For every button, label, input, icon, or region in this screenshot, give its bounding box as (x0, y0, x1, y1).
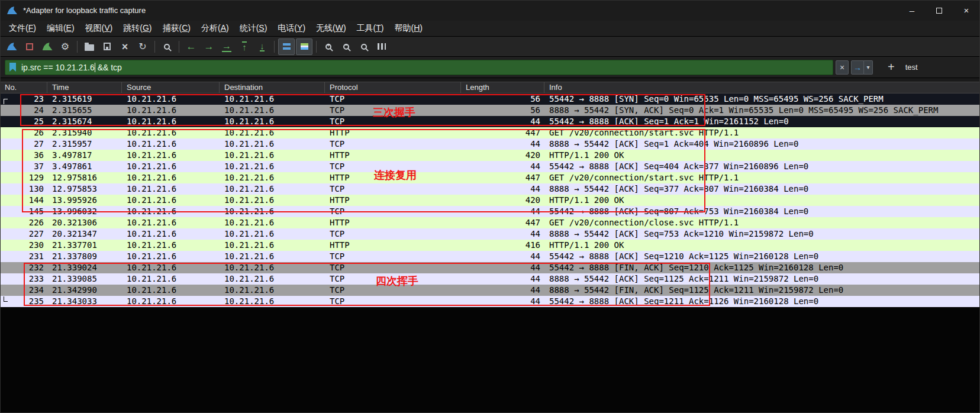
cell-no: 235 (0, 296, 47, 307)
packet-row[interactable]: 373.49786110.21.21.610.21.21.6TCP4455442… (0, 161, 980, 172)
menu-item-wireless[interactable]: 无线(W) (311, 23, 352, 34)
cell-info: GET /v20/connection/start.svc HTTP/1.1 (544, 127, 980, 138)
toolbar-separator (316, 41, 317, 53)
packet-row[interactable]: 232.31561910.21.21.610.21.21.6TCP5655442… (0, 93, 980, 105)
filter-apply-button[interactable]: → (851, 60, 864, 75)
packet-row[interactable]: 23321.33908510.21.21.610.21.21.6TCP44888… (0, 273, 980, 285)
column-header-source[interactable]: Source (122, 82, 220, 93)
cell-source: 10.21.21.6 (122, 172, 220, 183)
zoom-in-button[interactable]: + (320, 38, 337, 55)
menu-item-go[interactable]: 跳转(G) (118, 23, 157, 34)
start-capture-button[interactable] (4, 38, 20, 55)
cell-time: 2.315674 (47, 116, 122, 127)
menu-item-statistics[interactable]: 统计(S) (234, 23, 273, 34)
go-to-packet-button[interactable] (218, 38, 235, 55)
packet-row[interactable]: 22720.32134710.21.21.610.21.21.6TCP44888… (0, 228, 980, 240)
cell-protocol: TCP (325, 262, 461, 273)
packet-row[interactable]: 13012.97585310.21.21.610.21.21.6TCP44888… (0, 183, 980, 195)
packet-row[interactable]: 14413.99592610.21.21.610.21.21.6HTTP420H… (0, 195, 980, 206)
restart-capture-button[interactable] (39, 38, 56, 55)
resize-columns-button[interactable] (373, 38, 390, 55)
column-header-destination[interactable]: Destination (220, 82, 325, 93)
menu-item-tools[interactable]: 工具(T) (352, 23, 389, 34)
packet-row[interactable]: 23021.33770110.21.21.610.21.21.6HTTP416H… (0, 240, 980, 251)
open-file-icon (85, 44, 94, 51)
menu-item-analyze[interactable]: 分析(A) (196, 23, 234, 34)
packet-row[interactable]: 272.31595710.21.21.610.21.21.6TCP448888 … (0, 138, 980, 150)
colorize-button[interactable] (296, 38, 312, 55)
cell-info: 55442 → 8888 [ACK] Seq=404 Ack=377 Win=2… (544, 161, 980, 172)
menu-item-telephony[interactable]: 电话(Y) (272, 23, 311, 34)
open-file-button[interactable] (81, 38, 98, 55)
cell-destination: 10.21.21.6 (220, 240, 325, 251)
auto-scroll-icon (283, 43, 291, 50)
save-file-button[interactable] (99, 38, 115, 55)
column-header-length[interactable]: Length (461, 82, 544, 93)
minimize-button[interactable]: – (898, 0, 926, 21)
menu-item-help[interactable]: 帮助(H) (389, 23, 428, 34)
menu-item-view[interactable]: 视图(V) (80, 23, 118, 34)
apply-filter-icon: → (853, 63, 862, 72)
cell-length: 44 (461, 116, 544, 127)
cell-length: 44 (461, 138, 544, 150)
close-file-button[interactable] (117, 38, 133, 55)
cell-source: 10.21.21.6 (122, 273, 220, 285)
toolbar-separator (179, 41, 179, 53)
cell-no: 230 (0, 240, 47, 251)
packet-row[interactable]: 262.31594010.21.21.610.21.21.6HTTP447GET… (0, 127, 980, 138)
cell-source: 10.21.21.6 (122, 262, 220, 273)
menu-item-file[interactable]: 文件(F) (4, 23, 41, 34)
cell-source: 10.21.21.6 (122, 183, 220, 195)
filter-input[interactable]: ip.src == 10.21.21.6 && tcp (5, 60, 833, 75)
cell-protocol: HTTP (325, 172, 461, 183)
go-to-bottom-button[interactable] (254, 38, 270, 55)
packet-row[interactable]: 252.31567410.21.21.610.21.21.6TCP4455442… (0, 116, 980, 127)
packet-row[interactable]: 14513.99603210.21.21.610.21.21.6TCP44554… (0, 206, 980, 217)
cell-info: 55442 → 8888 [ACK] Seq=807 Ack=753 Win=2… (544, 206, 980, 217)
menu-item-capture[interactable]: 捕获(C) (157, 23, 196, 34)
cell-no: 233 (0, 273, 47, 285)
cell-destination: 10.21.21.6 (220, 251, 325, 262)
filter-clear-button[interactable]: × (836, 60, 849, 75)
close-button[interactable]: × (953, 0, 980, 21)
filter-dropdown-button[interactable]: ▾ (864, 60, 873, 75)
packet-row[interactable]: 23121.33780910.21.21.610.21.21.6TCP44554… (0, 251, 980, 262)
filter-bookmark-icon[interactable] (9, 63, 16, 72)
reload-file-button[interactable] (134, 38, 151, 55)
packet-row[interactable]: 12912.97581610.21.21.610.21.21.6HTTP447G… (0, 172, 980, 183)
zoom-out-button[interactable]: − (338, 38, 354, 55)
packet-row[interactable]: 23521.34303310.21.21.610.21.21.6TCP44554… (0, 296, 980, 307)
filter-shortcut-test-button[interactable]: test (905, 62, 918, 72)
maximize-button[interactable] (926, 0, 953, 21)
column-header-no[interactable]: No. (0, 82, 47, 93)
find-packet-button[interactable] (159, 38, 175, 55)
packet-list-header: No.TimeSourceDestinationProtocolLengthIn… (0, 82, 980, 93)
cell-no: 234 (0, 285, 47, 296)
packet-row[interactable]: 22620.32130610.21.21.610.21.21.6HTTP447G… (0, 217, 980, 228)
go-forward-button[interactable] (201, 38, 217, 55)
packet-row[interactable]: 363.49781710.21.21.610.21.21.6HTTP420HTT… (0, 150, 980, 161)
clear-filter-icon: × (840, 63, 844, 72)
packet-row[interactable]: 23421.34299010.21.21.610.21.21.6TCP44888… (0, 285, 980, 296)
capture-options-button[interactable] (57, 38, 73, 55)
cell-length: 44 (461, 161, 544, 172)
go-to-top-icon (242, 41, 247, 51)
column-header-time[interactable]: Time (47, 82, 122, 93)
restart-capture-icon (43, 43, 53, 50)
cell-length: 420 (461, 195, 544, 206)
cell-source: 10.21.21.6 (122, 240, 220, 251)
zoom-reset-button[interactable] (356, 38, 372, 55)
zoom-reset-icon (361, 44, 367, 50)
packet-row[interactable]: 242.31565510.21.21.610.21.21.6TCP568888 … (0, 105, 980, 116)
go-to-top-button[interactable] (236, 38, 253, 55)
filter-add-button[interactable]: + (885, 60, 898, 75)
cell-no: 27 (0, 138, 47, 150)
column-header-protocol[interactable]: Protocol (325, 82, 461, 93)
column-header-info[interactable]: Info (544, 82, 980, 93)
cell-length: 56 (461, 105, 544, 116)
auto-scroll-button[interactable] (278, 38, 295, 55)
stop-capture-button[interactable] (21, 38, 38, 55)
menu-item-edit[interactable]: 编辑(E) (41, 23, 80, 34)
packet-row[interactable]: 23221.33902410.21.21.610.21.21.6TCP44554… (0, 262, 980, 273)
go-back-button[interactable] (183, 38, 199, 55)
